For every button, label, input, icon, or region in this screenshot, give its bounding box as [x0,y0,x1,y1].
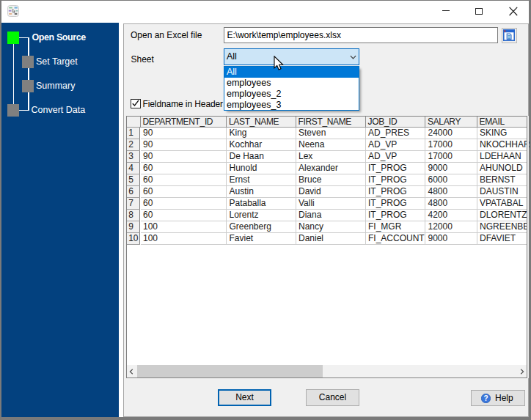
svg-text:?: ? [483,394,488,402]
